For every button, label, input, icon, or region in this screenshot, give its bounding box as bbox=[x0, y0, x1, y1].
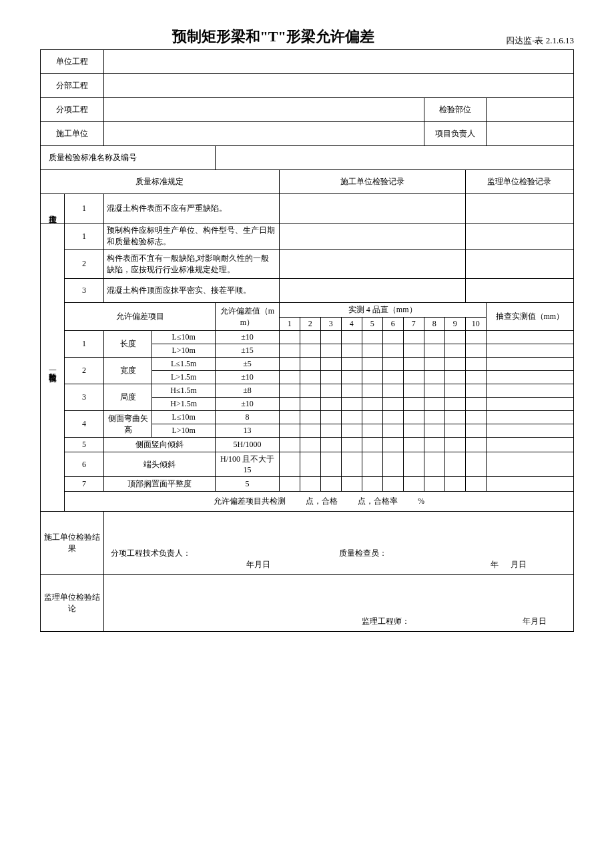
gen-2-no: 2 bbox=[64, 250, 104, 279]
gen-3-supervision[interactable] bbox=[465, 279, 573, 303]
dev4-val2: 13 bbox=[216, 424, 279, 438]
date-2y: 年 bbox=[491, 560, 499, 569]
date-1: 年月日 bbox=[111, 559, 270, 570]
dev1-cond2: L>10m bbox=[151, 344, 215, 358]
main-1-record[interactable] bbox=[279, 194, 465, 224]
value-sub-project[interactable] bbox=[104, 74, 574, 98]
dev2-name: 宽度 bbox=[104, 358, 152, 384]
col-4: 4 bbox=[341, 318, 362, 331]
dev2-cond1: L≤1.5m bbox=[151, 358, 215, 371]
dev1-no: 1 bbox=[64, 331, 104, 358]
dev5-no: 5 bbox=[64, 438, 104, 452]
dev7-val: 5 bbox=[216, 477, 279, 492]
dev1-cond1: L≤10m bbox=[151, 331, 215, 344]
value-quality-std-name[interactable] bbox=[216, 146, 574, 170]
dev4-cond2: L>10m bbox=[151, 424, 215, 438]
label-unit-project: 单位工程 bbox=[41, 50, 104, 74]
col-5: 5 bbox=[362, 318, 382, 331]
dev2-val2: ±10 bbox=[216, 371, 279, 384]
col-3: 3 bbox=[320, 318, 341, 331]
gen-2-text: 构件表面不宜有一般缺陷,对影响耐久性的一般缺陷，应按现行行业标准规定处理。 bbox=[104, 250, 279, 279]
date-3: 年月日 bbox=[523, 616, 567, 627]
gen-2-supervision[interactable] bbox=[465, 250, 573, 279]
col-8: 8 bbox=[424, 318, 444, 331]
dev2-cond2: L>1.5m bbox=[151, 371, 215, 384]
section-general: 一般检验项目 bbox=[41, 224, 65, 512]
dev4-val1: 8 bbox=[216, 411, 279, 424]
main-1-supervision[interactable] bbox=[465, 194, 573, 224]
col-6: 6 bbox=[382, 318, 403, 331]
main-1-text: 混凝土构件表面不应有严重缺陷。 bbox=[104, 194, 279, 224]
col-9: 9 bbox=[444, 318, 465, 331]
label-inspect-part: 检验部位 bbox=[424, 98, 486, 122]
header-deviation-item: 允许偏差项目 bbox=[64, 303, 216, 331]
page-title: 预制矩形梁和"T"形梁允许偏差 bbox=[40, 27, 506, 47]
dev4-no: 4 bbox=[64, 411, 104, 438]
gen-1-no: 1 bbox=[64, 224, 104, 250]
value-inspect-part[interactable] bbox=[486, 98, 573, 122]
label-quality-std-name: 质量检验标准名称及编号 bbox=[41, 146, 216, 170]
dev3-val2: ±10 bbox=[216, 398, 279, 411]
dev2-no: 2 bbox=[64, 358, 104, 384]
header-spot-check: 抽查实测值（mm） bbox=[486, 303, 573, 331]
dev6-name: 端头倾斜 bbox=[104, 452, 216, 477]
gen-1-text: 预制构件应标明生产单位、构件型号、生产日期和质量检验标志。 bbox=[104, 224, 279, 250]
header-supervision-record: 监理单位检验记录 bbox=[465, 170, 573, 194]
col-7: 7 bbox=[403, 318, 424, 331]
dev7-name: 顶部搁置面平整度 bbox=[104, 477, 216, 492]
dev3-cond1: H≤1.5m bbox=[151, 384, 215, 398]
value-unit-project[interactable] bbox=[104, 50, 574, 74]
header-quality-std: 质量标准规定 bbox=[41, 170, 280, 194]
header-construction-record: 施工单位检验记录 bbox=[279, 170, 465, 194]
gen-3-text: 混凝土构件顶面应抹平密实、接茬平顺。 bbox=[104, 279, 279, 303]
dev3-val1: ±8 bbox=[216, 384, 279, 398]
section-main-control: 主控项目 bbox=[41, 194, 65, 224]
value-item-project[interactable] bbox=[104, 98, 424, 122]
doc-code: 四达监-表 2.1.6.13 bbox=[506, 35, 574, 47]
dev1-name: 长度 bbox=[104, 331, 152, 358]
main-1-no: 1 bbox=[64, 194, 104, 224]
label-tech-leader: 分项工程技术负责人： bbox=[111, 548, 338, 559]
label-construction-result: 施工单位检验结果 bbox=[41, 512, 104, 575]
dev4-cond1: L≤10m bbox=[151, 411, 215, 424]
dev5-name: 侧面竖向倾斜 bbox=[104, 438, 216, 452]
dev7-no: 7 bbox=[64, 477, 104, 492]
gen-3-record[interactable] bbox=[279, 279, 465, 303]
label-project-leader: 项目负责人 bbox=[424, 122, 486, 146]
dev6-val: H/100 且不大于 15 bbox=[216, 452, 279, 477]
inspection-form: 单位工程 分部工程 分项工程 检验部位 施工单位 项目负责人 质量检验标准名称及… bbox=[40, 49, 574, 632]
gen-3-no: 3 bbox=[64, 279, 104, 303]
label-construction-unit: 施工单位 bbox=[41, 122, 104, 146]
header-deviation-value: 允许偏差值（mm） bbox=[216, 303, 279, 331]
header-measured: 实测 4 品直（mm） bbox=[279, 303, 486, 318]
label-supervisor: 监理工程师： bbox=[362, 616, 523, 627]
col-1: 1 bbox=[279, 318, 300, 331]
gen-1-supervision[interactable] bbox=[465, 224, 573, 250]
dev3-no: 3 bbox=[64, 384, 104, 411]
label-quality-inspector: 质量检查员： bbox=[339, 548, 567, 559]
col-2: 2 bbox=[300, 318, 320, 331]
gen-1-record[interactable] bbox=[279, 224, 465, 250]
value-construction-unit[interactable] bbox=[104, 122, 424, 146]
dev6-no: 6 bbox=[64, 452, 104, 477]
dev3-name: 局度 bbox=[104, 384, 152, 411]
label-sub-project: 分部工程 bbox=[41, 74, 104, 98]
dev4-name: 侧面弯曲矢高 bbox=[104, 411, 152, 438]
dev5-val: 5H/1000 bbox=[216, 438, 279, 452]
label-item-project: 分项工程 bbox=[41, 98, 104, 122]
construction-result-area[interactable]: 分项工程技术负责人： 质量检查员： 年月日 年 月日 bbox=[104, 512, 574, 575]
dev1-val1: ±10 bbox=[216, 331, 279, 344]
dev1-val2: ±15 bbox=[216, 344, 279, 358]
supervision-conclusion-area[interactable]: 监理工程师： 年月日 bbox=[104, 575, 574, 632]
date-2md: 月日 bbox=[511, 560, 527, 569]
gen-2-record[interactable] bbox=[279, 250, 465, 279]
col-10: 10 bbox=[465, 318, 486, 331]
dev3-cond2: H>1.5m bbox=[151, 398, 215, 411]
label-supervision-conclusion: 监理单位检验结论 bbox=[41, 575, 104, 632]
value-project-leader[interactable] bbox=[486, 122, 573, 146]
dev2-val1: ±5 bbox=[216, 358, 279, 371]
